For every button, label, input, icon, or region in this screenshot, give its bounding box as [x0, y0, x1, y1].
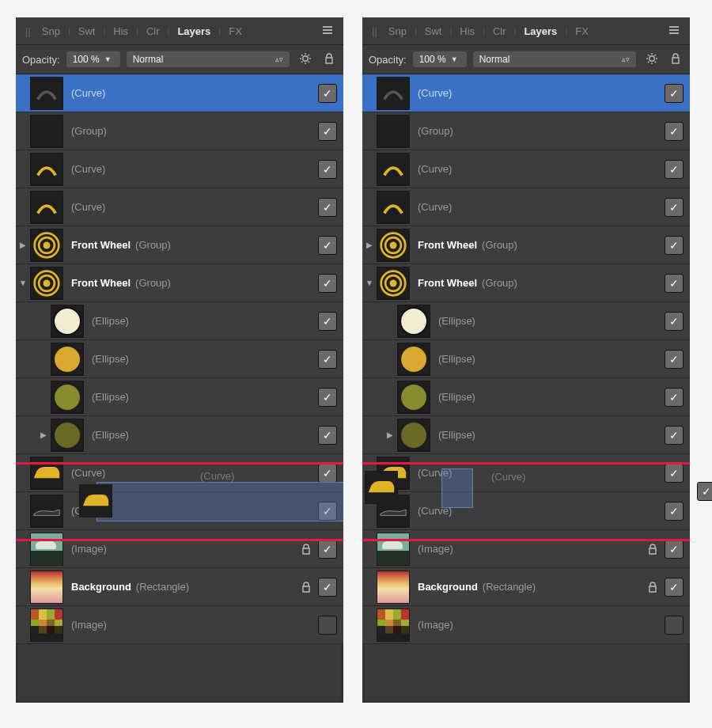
- layer-row[interactable]: (Group)✓: [16, 112, 343, 150]
- layer-title[interactable]: (Curve): [71, 163, 299, 175]
- visibility-toggle[interactable]: ✓: [318, 388, 337, 407]
- layer-title[interactable]: (Ellipse): [438, 391, 646, 403]
- visibility-toggle[interactable]: [665, 616, 684, 635]
- layer-row[interactable]: (Group)✓: [362, 112, 690, 150]
- blend-mode-field[interactable]: Normal▵▿: [473, 51, 636, 67]
- layer-thumbnail[interactable]: [51, 381, 84, 414]
- visibility-toggle[interactable]: ✓: [318, 502, 337, 521]
- layer-title[interactable]: Front Wheel(Group): [71, 239, 299, 251]
- visibility-toggle[interactable]: ✓: [318, 464, 337, 483]
- visibility-toggle[interactable]: ✓: [665, 312, 684, 331]
- layer-thumbnail[interactable]: [377, 115, 410, 148]
- layer-thumbnail[interactable]: [397, 381, 430, 414]
- layer-thumbnail[interactable]: [377, 457, 410, 490]
- layer-title[interactable]: (Image): [71, 619, 299, 631]
- tab-handle-icon[interactable]: ||: [367, 22, 382, 40]
- layer-row[interactable]: (Curve)✓: [16, 492, 343, 530]
- layer-title[interactable]: Front Wheel(Group): [418, 277, 646, 289]
- tab-snp[interactable]: Snp: [384, 22, 411, 40]
- layer-title[interactable]: (Ellipse): [92, 353, 299, 365]
- lock-indicator[interactable]: [646, 544, 660, 555]
- layer-thumbnail[interactable]: [30, 115, 63, 148]
- tab-swt[interactable]: Swt: [420, 22, 447, 40]
- layer-thumbnail[interactable]: [30, 153, 63, 186]
- expand-toggle[interactable]: ▼: [16, 279, 30, 287]
- layer-title[interactable]: (Ellipse): [438, 429, 646, 441]
- layer-row[interactable]: (Curve)✓: [16, 454, 343, 492]
- layer-thumbnail[interactable]: [377, 229, 410, 262]
- lock-indicator[interactable]: [299, 582, 313, 593]
- layer-thumbnail[interactable]: [377, 571, 410, 604]
- visibility-toggle[interactable]: ✓: [318, 426, 337, 445]
- tab-clr[interactable]: Clr: [488, 22, 511, 40]
- layer-title[interactable]: (Curve): [71, 505, 299, 517]
- layer-title[interactable]: (Ellipse): [438, 353, 646, 365]
- lock-icon[interactable]: [321, 51, 337, 68]
- expand-toggle[interactable]: ▶: [383, 430, 397, 439]
- layer-thumbnail[interactable]: [51, 419, 84, 452]
- opacity-value-field[interactable]: 100 %▼: [413, 51, 467, 67]
- visibility-toggle[interactable]: ✓: [318, 160, 337, 179]
- layer-row[interactable]: (Ellipse)✓: [362, 302, 690, 340]
- visibility-toggle[interactable]: ✓: [665, 578, 684, 597]
- visibility-toggle[interactable]: ✓: [665, 274, 684, 293]
- layer-title[interactable]: (Curve): [418, 505, 646, 517]
- visibility-toggle[interactable]: ✓: [665, 122, 684, 141]
- visibility-toggle[interactable]: ✓: [665, 540, 684, 559]
- layer-title[interactable]: (Curve): [71, 467, 299, 479]
- visibility-toggle[interactable]: ✓: [318, 122, 337, 141]
- layer-title[interactable]: (Ellipse): [92, 391, 299, 403]
- tab-fx[interactable]: FX: [224, 22, 247, 40]
- panel-menu-icon[interactable]: [316, 21, 339, 41]
- layer-row[interactable]: (Curve)✓: [362, 188, 690, 226]
- layer-row[interactable]: ▶Front Wheel(Group)✓: [16, 226, 343, 264]
- layer-thumbnail[interactable]: [30, 267, 63, 300]
- layer-title[interactable]: (Group): [418, 125, 646, 137]
- tab-snp[interactable]: Snp: [37, 22, 65, 40]
- layer-row[interactable]: (Curve)✓: [362, 74, 690, 112]
- visibility-toggle-floating[interactable]: ✓: [697, 482, 712, 501]
- layer-row[interactable]: (Image)✓: [16, 530, 343, 568]
- layer-row[interactable]: Background(Rectangle)✓: [362, 568, 690, 606]
- layer-row[interactable]: (Curve)✓: [16, 188, 343, 226]
- visibility-toggle[interactable]: ✓: [665, 502, 684, 521]
- layer-row[interactable]: Background(Rectangle)✓: [16, 568, 343, 606]
- layer-row[interactable]: (Ellipse)✓: [362, 378, 690, 416]
- layer-title[interactable]: (Curve): [418, 467, 646, 479]
- layer-title[interactable]: (Curve): [71, 87, 299, 99]
- layer-thumbnail[interactable]: [30, 571, 63, 604]
- layer-thumbnail[interactable]: [377, 153, 410, 186]
- gear-icon[interactable]: [296, 51, 315, 69]
- panel-menu-icon[interactable]: [663, 21, 685, 41]
- layer-thumbnail[interactable]: [30, 457, 63, 490]
- visibility-toggle[interactable]: ✓: [665, 84, 684, 103]
- layer-row[interactable]: ▼Front Wheel(Group)✓: [16, 264, 343, 302]
- lock-indicator[interactable]: [646, 582, 660, 593]
- layer-title[interactable]: (Curve): [418, 87, 646, 99]
- layer-thumbnail[interactable]: [397, 343, 430, 376]
- layer-row[interactable]: (Curve)✓: [362, 150, 690, 188]
- layer-row[interactable]: (Curve)✓: [362, 492, 690, 530]
- layer-title[interactable]: (Curve): [418, 163, 646, 175]
- tab-layers[interactable]: Layers: [172, 22, 215, 40]
- opacity-value-field[interactable]: 100 %▼: [66, 51, 120, 67]
- layer-title[interactable]: (Image): [418, 543, 646, 555]
- blend-mode-field[interactable]: Normal▵▿: [127, 51, 290, 67]
- layer-row[interactable]: (Image): [362, 606, 690, 644]
- layer-row[interactable]: ▶Front Wheel(Group)✓: [362, 226, 690, 264]
- layer-thumbnail[interactable]: [30, 609, 63, 642]
- layer-title[interactable]: (Curve): [71, 201, 299, 213]
- layer-thumbnail[interactable]: [377, 77, 410, 110]
- visibility-toggle[interactable]: ✓: [665, 426, 684, 445]
- layer-row[interactable]: (Ellipse)✓: [16, 378, 343, 416]
- layer-row[interactable]: (Image): [16, 606, 343, 644]
- visibility-toggle[interactable]: ✓: [665, 388, 684, 407]
- layer-title[interactable]: Front Wheel(Group): [71, 277, 299, 289]
- tab-his[interactable]: His: [108, 22, 133, 40]
- layer-title[interactable]: (Ellipse): [92, 429, 299, 441]
- visibility-toggle[interactable]: ✓: [318, 578, 337, 597]
- tab-his[interactable]: His: [455, 22, 479, 40]
- layer-thumbnail[interactable]: [30, 495, 63, 528]
- layer-title[interactable]: Background(Rectangle): [418, 581, 646, 593]
- visibility-toggle[interactable]: ✓: [665, 236, 684, 255]
